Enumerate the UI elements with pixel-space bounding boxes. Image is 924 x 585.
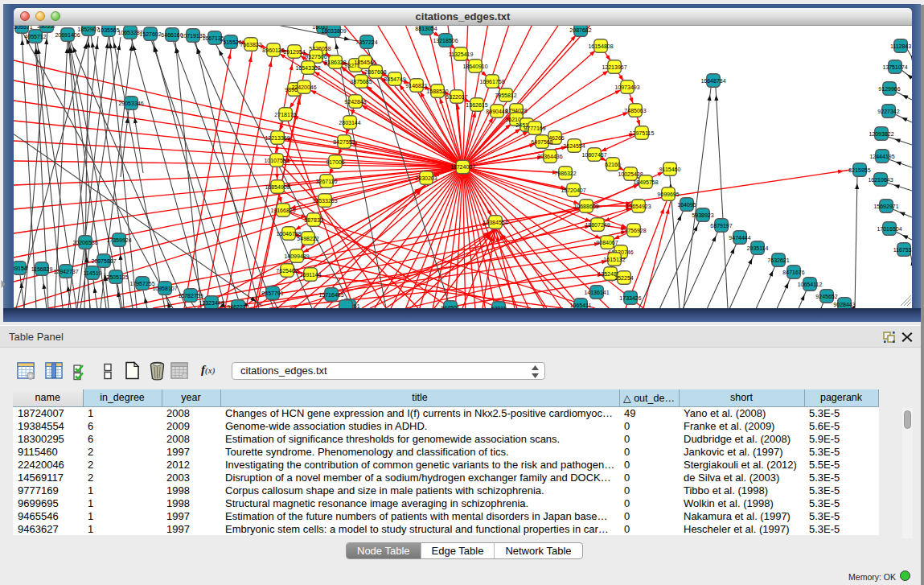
svg-text:18640910: 18640910 xyxy=(462,64,487,69)
svg-text:15716485: 15716485 xyxy=(318,292,343,298)
svg-text:5498222: 5498222 xyxy=(297,236,318,241)
svg-text:19654923: 19654923 xyxy=(626,204,651,209)
svg-text:9084067: 9084067 xyxy=(596,240,618,245)
svg-text:917006: 917006 xyxy=(326,159,344,165)
svg-text:9777169: 9777169 xyxy=(524,126,545,131)
svg-text:62160: 62160 xyxy=(605,162,621,167)
svg-text:10654112: 10654112 xyxy=(798,282,823,287)
svg-text:10107552: 10107552 xyxy=(264,158,289,163)
svg-text:14099489: 14099489 xyxy=(284,253,309,259)
svg-text:1615132: 1615132 xyxy=(603,257,625,262)
svg-text:5938923: 5938923 xyxy=(692,212,713,218)
svg-text:1065411: 1065411 xyxy=(570,303,592,308)
svg-text:20206536: 20206536 xyxy=(72,240,97,245)
svg-text:16210643: 16210643 xyxy=(868,177,893,183)
svg-text:16033809: 16033809 xyxy=(321,28,346,34)
svg-text:9457791: 9457791 xyxy=(261,290,283,296)
svg-text:9474444: 9474444 xyxy=(729,235,750,241)
svg-text:14136141: 14136141 xyxy=(584,290,609,295)
svg-text:3624554: 3624554 xyxy=(563,143,585,149)
svg-text:8813054: 8813054 xyxy=(415,26,437,31)
svg-text:9327506: 9327506 xyxy=(305,54,326,60)
svg-text:1852907: 1852907 xyxy=(77,27,99,32)
svg-text:10973493: 10973493 xyxy=(614,84,639,90)
svg-text:9115460: 9115460 xyxy=(659,167,681,172)
svg-text:8186328: 8186328 xyxy=(324,60,346,65)
svg-text:944501: 944501 xyxy=(441,305,459,311)
svg-text:7357224: 7357224 xyxy=(355,39,377,45)
svg-text:13751074: 13751074 xyxy=(882,64,907,70)
svg-text:10807487: 10807487 xyxy=(581,152,606,158)
svg-text:20364436: 20364436 xyxy=(537,154,562,159)
svg-text:2718176: 2718176 xyxy=(274,112,296,117)
svg-text:9227342: 9227342 xyxy=(877,109,899,114)
svg-text:1035565: 1035565 xyxy=(97,27,119,33)
svg-text:18724007: 18724007 xyxy=(450,164,475,170)
svg-text:52811: 52811 xyxy=(491,306,507,311)
svg-text:1112843: 1112843 xyxy=(890,43,911,49)
svg-text:2305571: 2305571 xyxy=(10,24,32,30)
svg-text:9699695: 9699695 xyxy=(657,192,679,197)
svg-text:12093822: 12093822 xyxy=(869,131,893,137)
svg-text:19756928: 19756928 xyxy=(621,228,646,233)
svg-text:114519: 114519 xyxy=(84,270,102,276)
svg-text:18495758: 18495758 xyxy=(633,179,658,185)
svg-text:215061: 215061 xyxy=(0,257,14,263)
svg-text:587833: 587833 xyxy=(304,217,322,223)
svg-text:16543362: 16543362 xyxy=(295,65,320,71)
svg-text:1362615: 1362615 xyxy=(466,102,487,108)
svg-text:9129966: 9129966 xyxy=(878,86,900,92)
svg-text:17957255: 17957255 xyxy=(129,281,154,286)
svg-text:3875685: 3875685 xyxy=(350,79,372,84)
svg-text:16648784: 16648784 xyxy=(700,78,725,84)
svg-text:13533263: 13533263 xyxy=(312,198,337,204)
svg-text:1527602: 1527602 xyxy=(139,31,161,37)
svg-text:8471676: 8471676 xyxy=(782,270,804,275)
svg-text:6879197: 6879197 xyxy=(710,223,732,229)
svg-text:18807249: 18807249 xyxy=(585,222,610,228)
svg-text:29053346: 29053346 xyxy=(118,101,143,106)
svg-text:10688609: 10688609 xyxy=(573,204,598,209)
svg-text:7986322: 7986322 xyxy=(554,171,576,176)
svg-text:9242848: 9242848 xyxy=(344,99,366,105)
svg-text:8454749: 8454749 xyxy=(384,76,405,82)
svg-text:8960128: 8960128 xyxy=(262,47,284,53)
svg-text:15720407: 15720407 xyxy=(561,187,585,193)
svg-text:16854908: 16854908 xyxy=(265,184,290,190)
svg-text:10958107: 10958107 xyxy=(152,286,177,291)
svg-text:20975887: 20975887 xyxy=(91,258,116,264)
svg-text:12213369: 12213369 xyxy=(265,135,290,141)
svg-text:8215955: 8215955 xyxy=(848,167,870,173)
svg-text:20691406: 20691406 xyxy=(55,32,80,38)
svg-text:10025438: 10025438 xyxy=(618,171,643,177)
svg-text:16782759: 16782759 xyxy=(178,293,203,299)
svg-text:17359924: 17359924 xyxy=(106,237,131,243)
svg-text:1588520: 1588520 xyxy=(426,89,448,94)
svg-text:3267110: 3267110 xyxy=(316,179,338,184)
svg-text:7663822: 7663822 xyxy=(240,42,261,47)
svg-text:12942737: 12942737 xyxy=(53,269,78,274)
svg-text:22420046: 22420046 xyxy=(291,84,316,90)
svg-text:2087682: 2087682 xyxy=(569,27,591,33)
svg-text:2867608: 2867608 xyxy=(364,69,386,75)
svg-text:4055712: 4055712 xyxy=(24,34,46,39)
svg-text:19384554: 19384554 xyxy=(483,220,507,225)
svg-text:12323448: 12323448 xyxy=(199,300,224,306)
svg-text:6497568: 6497568 xyxy=(531,139,552,145)
svg-text:7632621: 7632621 xyxy=(767,257,789,263)
svg-text:9146821: 9146821 xyxy=(405,83,427,89)
svg-text:17016504: 17016504 xyxy=(877,226,901,232)
svg-text:2830203: 2830203 xyxy=(415,175,437,181)
svg-text:13218506: 13218506 xyxy=(433,38,458,43)
svg-text:7625402: 7625402 xyxy=(276,268,298,274)
svg-text:12213967: 12213967 xyxy=(602,64,626,70)
svg-text:7485063: 7485063 xyxy=(624,108,646,113)
svg-text:39154: 39154 xyxy=(11,266,27,271)
svg-text:9245652: 9245652 xyxy=(815,294,837,299)
svg-text:1733426: 1733426 xyxy=(619,295,641,301)
svg-text:1156829: 1156829 xyxy=(31,266,53,272)
svg-text:12444195: 12444195 xyxy=(869,154,894,159)
svg-text:12505135: 12505135 xyxy=(103,274,128,280)
svg-text:1691144: 1691144 xyxy=(300,272,322,278)
svg-text:9028443: 9028443 xyxy=(833,302,855,307)
